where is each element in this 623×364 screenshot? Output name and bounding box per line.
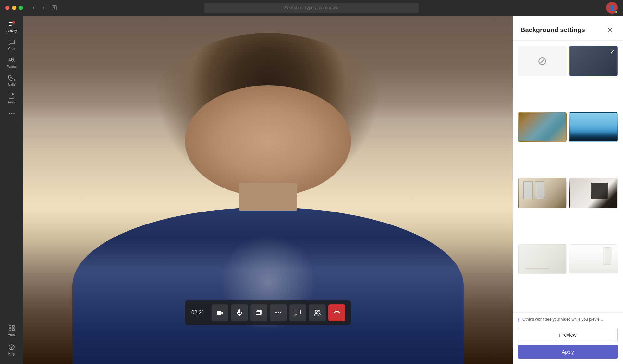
bg-panel-footer: ℹ Others won't see your video while you …: [513, 312, 623, 364]
chat-button[interactable]: [289, 304, 306, 321]
back-button[interactable]: ‹: [30, 4, 37, 12]
avatar[interactable]: 👤: [606, 2, 618, 14]
more-icon: [8, 110, 15, 117]
info-row: ℹ Others won't see your video while you …: [518, 317, 618, 323]
video-area: 02:21: [23, 16, 513, 364]
sidebar-item-help[interactable]: Help: [1, 341, 23, 358]
bg-option-none[interactable]: ⊘: [518, 46, 567, 76]
bg-panel-header: Background settings: [513, 16, 623, 41]
selected-check-icon: ✓: [610, 48, 615, 55]
bg-option-white1[interactable]: [518, 244, 567, 274]
svg-rect-12: [12, 329, 14, 331]
share-button[interactable]: [250, 304, 267, 321]
help-label: Help: [8, 352, 15, 356]
no-bg-icon: ⊘: [537, 54, 547, 68]
end-call-button[interactable]: [328, 304, 345, 321]
maximize-button[interactable]: [19, 6, 23, 10]
bg-option-sky[interactable]: [569, 112, 618, 142]
apps-icon: [8, 324, 15, 332]
call-timer: 02:21: [190, 310, 210, 316]
main-layout: Activity Chat Teams: [0, 16, 623, 364]
svg-point-23: [315, 310, 318, 313]
forward-button[interactable]: ›: [40, 4, 48, 12]
call-controls: 02:21: [185, 300, 351, 325]
sidebar-item-more[interactable]: [1, 107, 23, 120]
search-input[interactable]: [204, 5, 419, 10]
chat-label: Chat: [8, 47, 15, 51]
activity-icon: [8, 21, 15, 28]
svg-point-8: [13, 113, 15, 114]
svg-point-20: [275, 312, 277, 313]
sidebar-item-calls[interactable]: Calls: [1, 72, 23, 89]
sidebar-item-files[interactable]: Files: [1, 90, 23, 107]
teams-icon: [8, 56, 15, 64]
teams-label: Teams: [7, 65, 16, 68]
chat-icon: [8, 39, 15, 46]
apply-button[interactable]: Apply: [518, 345, 618, 359]
svg-rect-18: [256, 311, 261, 315]
svg-point-5: [12, 58, 14, 60]
svg-rect-11: [9, 329, 11, 331]
calls-icon: [8, 74, 15, 81]
info-icon: ℹ: [518, 317, 520, 323]
nav-buttons: ‹ ›: [30, 4, 58, 12]
participants-button[interactable]: [309, 304, 326, 321]
bg-option-office[interactable]: [518, 112, 567, 142]
bg-close-button[interactable]: [605, 25, 615, 35]
bg-settings-panel: Background settings ⊘ ✓: [513, 16, 623, 364]
help-icon: [8, 344, 15, 351]
sidebar-bottom: Apps Help: [0, 322, 23, 364]
preview-button[interactable]: Preview: [518, 328, 618, 342]
bg-panel-title: Background settings: [520, 26, 585, 34]
svg-point-6: [9, 113, 10, 114]
svg-rect-15: [238, 309, 240, 313]
svg-point-24: [318, 311, 320, 312]
calls-label: Calls: [8, 83, 15, 86]
camera-button[interactable]: [212, 304, 228, 321]
files-label: Files: [8, 101, 15, 104]
svg-point-4: [10, 58, 12, 60]
svg-point-14: [11, 348, 12, 349]
close-button[interactable]: [5, 6, 9, 10]
bg-option-dark[interactable]: ✓: [569, 46, 618, 76]
bg-grid: ⊘ ✓: [513, 41, 623, 312]
svg-rect-10: [12, 325, 14, 327]
svg-point-21: [278, 312, 279, 313]
sidebar-item-teams[interactable]: Teams: [1, 54, 23, 71]
search-bar[interactable]: [204, 3, 419, 13]
svg-point-7: [11, 113, 12, 114]
info-text: Others won't see your video while you pr…: [522, 317, 603, 322]
svg-rect-9: [9, 325, 11, 327]
titlebar: ‹ › 👤: [0, 0, 623, 16]
mic-button[interactable]: [231, 304, 248, 321]
svg-point-22: [280, 312, 281, 313]
sidebar-item-chat[interactable]: Chat: [1, 36, 23, 53]
bg-option-room2[interactable]: [569, 178, 618, 208]
presence-badge: [615, 10, 618, 14]
bg-option-white2[interactable]: [569, 244, 618, 274]
svg-point-3: [12, 21, 15, 24]
window-controls: [5, 6, 23, 10]
activity-label: Activity: [6, 29, 17, 33]
sidebar-item-apps[interactable]: Apps: [1, 322, 23, 339]
bg-option-room1[interactable]: [518, 178, 567, 208]
sidebar-item-activity[interactable]: Activity: [1, 18, 23, 35]
files-icon: [8, 92, 15, 99]
compose-button[interactable]: [50, 4, 58, 12]
more-button[interactable]: [270, 304, 287, 321]
sidebar: Activity Chat Teams: [0, 16, 23, 364]
apps-label: Apps: [8, 333, 16, 336]
minimize-button[interactable]: [12, 6, 16, 10]
